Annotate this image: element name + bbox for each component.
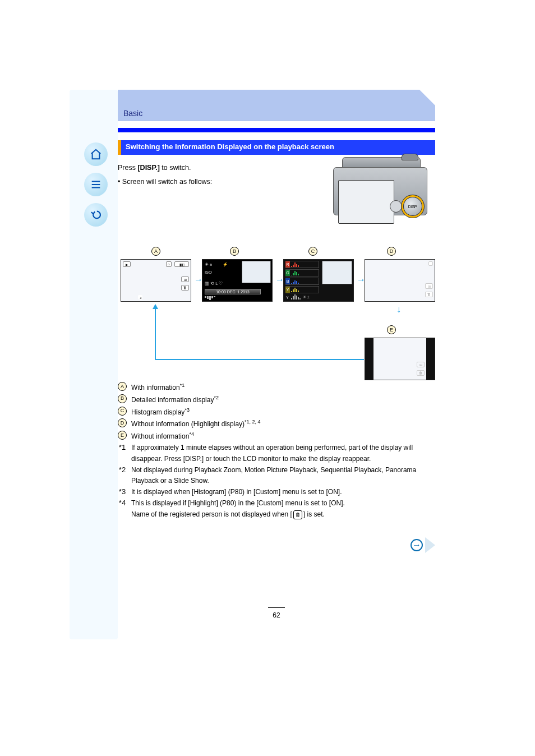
play-icon: ▶ — [123, 261, 131, 267]
legend-a-text: With information — [131, 384, 180, 391]
sidebar-bg — [70, 90, 118, 639]
misc-icons: ▥ ⟲ L ♡ — [205, 281, 223, 286]
flow-line-horizontal — [156, 359, 364, 360]
category-banner: Basic — [118, 90, 435, 121]
hist-g-label: G — [285, 270, 290, 276]
exposure-icon: ☀ ± — [205, 262, 212, 267]
footnote-3-text: It is displayed when [Histogram] (P80) i… — [131, 487, 435, 498]
label-d: D — [387, 247, 396, 256]
page-number: 62 — [118, 603, 435, 619]
label-b: B — [230, 247, 239, 256]
mini-histogram — [205, 296, 217, 300]
intro-text: Press [DISP.] to switch. • Screen will s… — [118, 163, 303, 187]
trash-icon — [293, 510, 302, 519]
hist-y2-label: Y — [286, 296, 289, 299]
arrow-de: ↓ — [396, 305, 401, 315]
flow-line-vertical — [155, 308, 156, 360]
next-triangle-icon — [425, 537, 435, 553]
screen-detailed-info: ☀ ± ⚡ ISO ▥ ⟲ L ♡ 10:00 DEC. 1.2013 — [202, 259, 273, 302]
camera-secondary-button — [390, 200, 402, 213]
mode-icon: ⊞ — [181, 276, 189, 282]
label-a: A — [151, 247, 160, 256]
display-cycle-diagram: A B C D E ▶ ▮▮▯ ⌂ ⊞ 🗑 ◂ → ☀ ± ⚡ ISO ▥ ⟲ … — [118, 247, 435, 393]
black-bar-right — [426, 338, 435, 380]
legend-item-d: DWithout information (Highlight display)… — [118, 418, 435, 430]
hist-y-label: Y — [285, 287, 290, 293]
footnote-4-text: This is displayed if [Highlight] (P80) i… — [131, 498, 435, 520]
hist-thumbnail — [322, 261, 352, 284]
home-button[interactable] — [84, 142, 108, 166]
legend-b-text: Detailed information display — [131, 396, 214, 404]
delete-hint-faded: 🗑 — [425, 292, 433, 297]
category-label: Basic — [123, 109, 142, 118]
highlight-dot — [428, 261, 433, 266]
flow-arrowhead — [153, 304, 158, 309]
intro-bullet: • Screen will switch as follows: — [118, 177, 303, 187]
footnote-4: *4This is displayed if [Highlight] (P80)… — [118, 498, 435, 520]
intro-part2: to switch. — [160, 164, 191, 172]
legend-item-e: EWithout information*4 — [118, 430, 435, 442]
timestamp: 10:00 DEC. 1.2013 — [205, 289, 261, 294]
back-button[interactable] — [84, 203, 108, 227]
camera-body: DISP. — [333, 167, 427, 215]
legend-c-text: Histogram display — [131, 408, 185, 416]
legend-c-notes: *3 — [185, 407, 190, 413]
label-e: E — [387, 325, 396, 334]
camera-disp-label: DISP. — [408, 205, 417, 209]
intro-part1: Press — [118, 164, 137, 172]
corner-notch-icon — [419, 90, 435, 105]
legend-item-a: AWith information*1 — [118, 381, 435, 394]
legend-list: AWith information*1 BDetailed informatio… — [118, 381, 435, 520]
divider-bar — [118, 128, 435, 132]
footnote-2-text: Not displayed during Playback Zoom, Moti… — [131, 465, 435, 487]
iso-label: ISO — [205, 270, 212, 275]
info-thumbnail — [242, 261, 271, 283]
legend-item-c: CHistogram display*3 — [118, 406, 435, 418]
label-c: C — [308, 247, 317, 256]
menu-button[interactable] — [84, 173, 108, 196]
legend-d-notes: *1, 2, 4 — [245, 419, 261, 425]
hist-b-label: B — [285, 278, 290, 284]
home-icon — [90, 148, 102, 160]
gps-icon: ◂ — [138, 295, 142, 299]
menu-icon — [90, 178, 102, 191]
accent-slab — [118, 140, 121, 155]
screen-with-info: ▶ ▮▮▯ ⌂ ⊞ 🗑 ◂ — [121, 259, 191, 302]
screen-no-info-highlight: ⊞ 🗑 — [365, 259, 435, 302]
black-bar-left — [365, 338, 373, 380]
intro-bullet-text: Screen will switch as follows: — [122, 178, 212, 186]
next-page-button[interactable]: → — [407, 537, 435, 553]
af-icon: ⌂ — [166, 261, 172, 267]
legend-d-text: Without information (Highlight display) — [131, 420, 245, 428]
next-arrow-icon: → — [411, 539, 423, 551]
disp-key-label: [DISP.] — [137, 164, 159, 172]
page-number-text: 62 — [273, 611, 280, 619]
brightness-histogram — [291, 294, 301, 299]
screen-no-info: ⊞ 🗑 — [365, 338, 435, 380]
exp-icon: ☀ ± — [303, 295, 310, 299]
mode-icon-e: ⊞ — [417, 362, 425, 367]
legend-b-notes: *2 — [214, 395, 219, 400]
footnote-1-text: If approximately 1 minute elapses withou… — [131, 442, 435, 465]
legend-e-text: Without information — [131, 432, 189, 440]
camera-illustration: DISP. — [331, 157, 430, 218]
back-icon — [90, 209, 102, 221]
hist-r-label: R — [285, 261, 290, 268]
section-title-bar: Switching the Information Displayed on t… — [118, 140, 435, 155]
camera-disp-button: DISP. — [403, 197, 422, 216]
footnote-2: *2Not displayed during Playback Zoom, Mo… — [118, 465, 435, 487]
camera-dial — [402, 154, 418, 160]
main-content: Basic Switching the Information Displaye… — [118, 90, 435, 639]
battery-icon: ▮▮▯ — [174, 261, 189, 267]
legend-item-b: BDetailed information display*2 — [118, 394, 435, 406]
legend-e-notes: *4 — [189, 431, 194, 437]
flash-icon: ⚡ — [223, 262, 228, 267]
screen-histogram: R G B Y Y ☀ ± — [283, 259, 354, 302]
page: Basic Switching the Information Displaye… — [0, 0, 535, 756]
legend-a-notes: *1 — [180, 382, 185, 388]
section-title: Switching the Information Displayed on t… — [126, 142, 334, 151]
mode-icon-faded: ⊞ — [425, 283, 433, 289]
delete-hint-icon: 🗑 — [181, 285, 189, 291]
footnote-1: *1If approximately 1 minute elapses with… — [118, 442, 435, 465]
camera-screen — [338, 180, 394, 224]
